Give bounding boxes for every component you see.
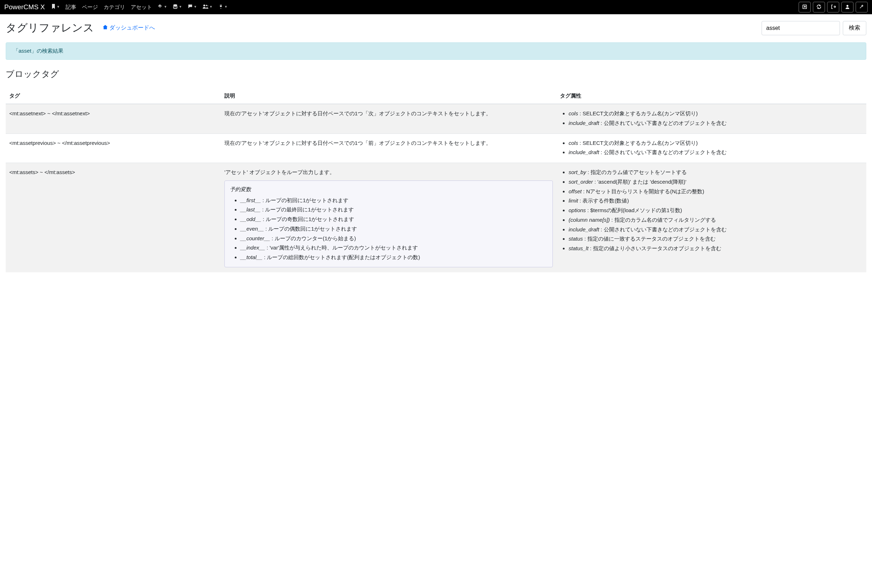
home-icon [102, 24, 108, 32]
plug-icon [218, 4, 223, 10]
top-navbar: PowerCMS X ▼記事ページカテゴリアセット▼▼▼+▼▼ [0, 0, 872, 14]
search-button[interactable]: 検索 [843, 21, 866, 35]
var-item: __last__ : ループの最終回に1がセットされます [241, 206, 547, 214]
attr-name: (column name[s]) [568, 217, 610, 223]
nav-item-ページ[interactable]: ページ [79, 2, 101, 13]
external-icon [802, 4, 807, 10]
svg-point-5 [846, 4, 848, 6]
cell-tag: <mt:assetprevious> ~ </mt:assetprevious> [6, 134, 221, 163]
attr-name: cols [568, 110, 578, 116]
attr-list: sort_by : 指定のカラム値でアセットをソートするsort_order :… [560, 168, 863, 253]
comment-icon [188, 4, 193, 10]
attr-item: include_draft : 公開されていない下書きなどのオブジェクトを含む [568, 119, 863, 128]
gear-icon [158, 4, 163, 10]
attr-name: include_draft [568, 149, 599, 155]
nav-item-gear[interactable]: ▼ [155, 2, 170, 12]
var-name: __last__ [241, 207, 261, 213]
attr-item: offset : Nアセット目からリストを開始する(Nは正の整数) [568, 187, 863, 196]
page-header: タグリファレンス ダッシュボードへ 検索 [6, 21, 866, 35]
section-heading: ブロックタグ [6, 68, 866, 80]
th-tag: タグ [6, 88, 221, 104]
refresh-icon [816, 4, 821, 10]
main-container: タグリファレンス ダッシュボードへ 検索 「asset」の検索結果 ブロックタグ… [0, 14, 872, 279]
attr-list: cols : SELECT文の対象とするカラム名(カンマ区切り)include_… [560, 109, 863, 128]
var-name: __even__ [241, 226, 264, 232]
var-item: __index__ : 'var'属性が与えられた時、ループのカウントがセットさ… [241, 243, 547, 252]
attr-item: (column name[s]) : 指定のカラム名の値でフィルタリングする [568, 216, 863, 225]
table-row: <mt:assets> ~ </mt:assets>'アセット' オブジェクトを… [6, 163, 866, 272]
refresh-button[interactable] [813, 2, 825, 12]
attr-name: include_draft [568, 226, 599, 232]
attr-name: offset [568, 188, 582, 194]
reserved-vars-box: 予約変数__first__ : ループの初回に1がセットされます__last__… [224, 180, 553, 267]
nav-item-users[interactable]: +▼ [200, 2, 215, 12]
var-name: __first__ [241, 197, 261, 203]
attr-name: options [568, 207, 586, 213]
attr-name: sort_order [568, 178, 593, 185]
cell-attr: sort_by : 指定のカラム値でアセットをソートするsort_order :… [556, 163, 866, 272]
dashboard-link[interactable]: ダッシュボードへ [102, 24, 155, 32]
navbar-left: PowerCMS X ▼記事ページカテゴリアセット▼▼▼+▼▼ [4, 2, 230, 13]
nav-item-comment[interactable]: ▼ [185, 2, 200, 12]
cell-desc: 'アセット' オブジェクトをループ出力します。予約変数__first__ : ル… [221, 163, 556, 272]
navbar-right [798, 2, 868, 12]
logout-button[interactable] [827, 2, 839, 12]
cell-tag: <mt:assetnext> ~ </mt:assetnext> [6, 104, 221, 134]
var-item: __first__ : ループの初回に1がセットされます [241, 196, 547, 205]
table-row: <mt:assetnext> ~ </mt:assetnext>現在の'アセット… [6, 104, 866, 134]
caret-down-icon: ▼ [179, 5, 182, 9]
nav-item-カテゴリ[interactable]: カテゴリ [101, 2, 128, 13]
attr-name: sort_by [568, 169, 586, 175]
caret-down-icon: ▼ [224, 5, 228, 9]
dashboard-link-text: ダッシュボードへ [109, 24, 155, 32]
var-name: __counter__ [241, 235, 270, 242]
attr-item: include_draft : 公開されていない下書きなどのオブジェクトを含む [568, 148, 863, 157]
cell-desc: 現在の'アセット'オブジェクトに対する日付ベースでの1つ「前」オブジェクトのコン… [221, 134, 556, 163]
nav-item-bookmark[interactable]: ▼ [48, 2, 63, 12]
var-item: __odd__ : ループの奇数回に1がセットされます [241, 215, 547, 224]
nav-item-アセット[interactable]: アセット [128, 2, 155, 13]
tag-table: タグ 説明 タグ属性 <mt:assetnext> ~ </mt:assetne… [6, 88, 866, 272]
th-desc: 説明 [221, 88, 556, 104]
caret-down-icon: ▼ [164, 5, 167, 9]
header-right: 検索 [762, 21, 866, 35]
cell-tag: <mt:assets> ~ </mt:assets> [6, 163, 221, 272]
svg-text:+: + [207, 4, 208, 7]
brand[interactable]: PowerCMS X [4, 3, 47, 11]
var-name: __index__ [241, 244, 265, 250]
attr-item: cols : SELECT文の対象とするカラム名(カンマ区切り) [568, 109, 863, 118]
database-icon [173, 4, 178, 10]
attr-item: status : 指定の値に一致するステータスのオブジェクトを含む [568, 234, 863, 243]
attr-name: status [568, 236, 583, 242]
logout-icon [831, 4, 836, 10]
nav-item-database[interactable]: ▼ [170, 2, 185, 12]
external-button[interactable] [798, 2, 811, 12]
attr-item: status_lt : 指定の値より小さいステータスのオブジェクトを含む [568, 244, 863, 253]
var-list: __first__ : ループの初回に1がセットされます__last__ : ル… [230, 196, 547, 262]
search-result-alert: 「asset」の検索結果 [6, 42, 866, 60]
var-item: __counter__ : ループのカウンター(1から始まる) [241, 234, 547, 243]
nav-item-plug[interactable]: ▼ [215, 2, 230, 12]
attr-name: cols [568, 140, 578, 146]
wrench-button[interactable] [855, 2, 868, 12]
page-title: タグリファレンス [6, 21, 94, 35]
cell-attr: cols : SELECT文の対象とするカラム名(カンマ区切り)include_… [556, 134, 866, 163]
caret-down-icon: ▼ [209, 5, 213, 9]
attr-list: cols : SELECT文の対象とするカラム名(カンマ区切り)include_… [560, 139, 863, 158]
wrench-icon [859, 4, 864, 10]
attr-name: include_draft [568, 120, 599, 126]
varbox-title: 予約変数 [230, 185, 547, 194]
svg-point-1 [203, 4, 205, 6]
search-input[interactable] [762, 21, 840, 35]
table-row: <mt:assetprevious> ~ </mt:assetprevious>… [6, 134, 866, 163]
nav-item-記事[interactable]: 記事 [63, 2, 79, 13]
user-button[interactable] [841, 2, 854, 12]
desc-text: 現在の'アセット'オブジェクトに対する日付ベースでの1つ「前」オブジェクトのコン… [224, 139, 553, 148]
var-name: __total__ [241, 254, 263, 260]
cell-attr: cols : SELECT文の対象とするカラム名(カンマ区切り)include_… [556, 104, 866, 134]
th-attr: タグ属性 [556, 88, 866, 104]
nav-item-label: アセット [131, 4, 152, 10]
desc-text: 'アセット' オブジェクトをループ出力します。 [224, 168, 553, 177]
attr-item: cols : SELECT文の対象とするカラム名(カンマ区切り) [568, 139, 863, 148]
attr-item: sort_order : 'ascend(昇順)' または 'descend(降… [568, 178, 863, 186]
